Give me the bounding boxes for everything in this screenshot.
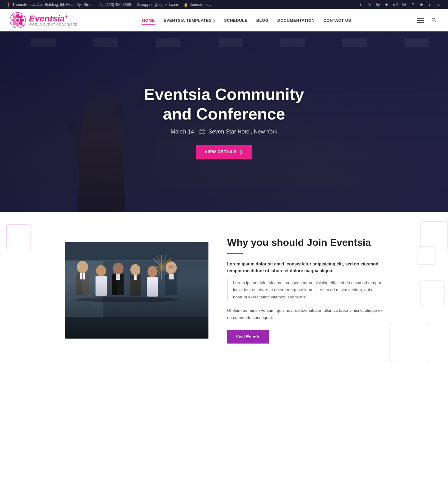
social-whatsapp[interactable]: W xyxy=(401,2,407,7)
social-facebook[interactable]: f xyxy=(358,2,363,7)
top-bar-contact: 📍 Themefreesia, Abc Building, 5th Floor,… xyxy=(6,2,211,7)
hero-content: Eventsia Community and Conference March … xyxy=(0,31,448,212)
nav-home[interactable]: HOME xyxy=(142,17,155,24)
deco-square-topright-2 xyxy=(417,246,436,265)
deco-square-topleft xyxy=(6,224,31,249)
why-body-paragraph: Ut enim ad minim veniam, quis nostrud ex… xyxy=(227,307,383,321)
hero-cta-arrow: ❯ xyxy=(239,149,243,154)
hamburger-line-1 xyxy=(417,18,424,19)
search-button[interactable] xyxy=(429,16,439,25)
hero-title: Eventsia Community and Conference xyxy=(131,85,317,124)
hamburger-line-3 xyxy=(417,22,424,23)
team-photo-svg xyxy=(65,242,208,339)
nav-contact[interactable]: CONTACT US xyxy=(323,17,351,24)
social-digg[interactable]: ❖ xyxy=(419,2,424,7)
location-icon: 📍 xyxy=(6,2,11,7)
logo-tagline: World Event Organizer xyxy=(29,23,77,26)
visit-events-button[interactable]: Visit Events xyxy=(227,330,269,344)
visit-btn-label: Visit Events xyxy=(236,334,260,339)
social-label-text: themefreesia xyxy=(190,2,211,7)
deco-square-topright-1 xyxy=(420,221,448,249)
svg-rect-54 xyxy=(96,276,107,296)
why-quote-block: Lorem ipsum dolor sit amet, consectetur … xyxy=(227,279,383,301)
social-twitter[interactable]: 𝕏 xyxy=(366,2,372,7)
svg-point-55 xyxy=(113,263,124,274)
nav-schedule[interactable]: SCHEDULE xyxy=(224,17,248,24)
logo-plus: + xyxy=(65,14,68,19)
svg-rect-61 xyxy=(134,275,137,280)
svg-point-65 xyxy=(166,261,177,274)
social-paypal[interactable]: P xyxy=(410,2,416,7)
top-bar: 📍 Themefreesia, Abc Building, 5th Floor,… xyxy=(0,0,448,9)
email-icon: ✉ xyxy=(137,2,140,7)
hamburger-button[interactable] xyxy=(416,17,425,24)
svg-point-52 xyxy=(96,265,106,276)
svg-point-59 xyxy=(130,264,140,275)
social-label-icon: 🔒 xyxy=(184,2,188,7)
logo[interactable]: Eventsia+ World Event Organizer xyxy=(9,12,77,29)
logo-text: Eventsia+ World Event Organizer xyxy=(29,14,77,26)
why-section-inner: Why you should Join Eventsia Lorem ipsum… xyxy=(53,237,395,344)
svg-rect-64 xyxy=(147,277,158,297)
why-divider xyxy=(227,253,243,254)
main-nav: HOME EVENTSIA TEMPLATES SCHEDULE BLOG DO… xyxy=(142,17,351,24)
svg-point-10 xyxy=(16,19,19,22)
email-item: ✉ support@support.com xyxy=(137,2,178,7)
why-team-image xyxy=(65,242,208,339)
hero-cta-button[interactable]: VIEW DETAILS ❯ xyxy=(196,145,252,159)
social-amazon[interactable]: a xyxy=(427,2,433,7)
why-text-block: Why you should Join Eventsia Lorem ipsum… xyxy=(227,237,383,344)
phone-icon: 📞 xyxy=(99,2,104,7)
svg-point-62 xyxy=(147,266,157,277)
social-spotify[interactable]: ♫ xyxy=(436,2,442,7)
svg-point-71 xyxy=(75,297,180,302)
svg-line-12 xyxy=(435,21,436,22)
nav-documentation[interactable]: DOCUMENTATION xyxy=(277,17,315,24)
why-bold-paragraph: Lorem ipsum dolor sit amet, consectetur … xyxy=(227,260,383,274)
hamburger-line-2 xyxy=(417,20,424,21)
logo-icon xyxy=(9,12,26,29)
nav-templates[interactable]: EVENTSIA TEMPLATES xyxy=(164,17,215,24)
nav-blog[interactable]: BLOG xyxy=(256,17,269,24)
social-tripadvisor[interactable]: ★ xyxy=(384,2,390,7)
svg-rect-58 xyxy=(116,274,120,280)
address-item: 📍 Themefreesia, Abc Building, 5th Floor,… xyxy=(6,2,94,7)
why-title: Why you should Join Eventsia xyxy=(227,237,383,248)
why-quote-text: Lorem ipsum dolor sit amet, consectetur … xyxy=(233,279,383,301)
why-section: Why you should Join Eventsia Lorem ipsum… xyxy=(0,212,448,368)
deco-square-midright xyxy=(420,280,445,305)
svg-rect-70 xyxy=(169,274,174,279)
social-vk[interactable]: VK xyxy=(393,2,398,7)
search-icon xyxy=(431,17,436,22)
header: Eventsia+ World Event Organizer HOME EVE… xyxy=(0,9,448,31)
address-text: Themefreesia, Abc Building, 5th Floor, Z… xyxy=(12,2,94,7)
svg-point-11 xyxy=(432,18,435,21)
hero-cta-label: VIEW DETAILS xyxy=(205,149,237,154)
logo-name: Eventsia+ xyxy=(29,14,77,23)
svg-rect-38 xyxy=(65,317,208,339)
social-instagram[interactable]: 📷 xyxy=(375,2,381,7)
svg-point-47 xyxy=(77,261,88,273)
social-links: f 𝕏 📷 ★ VK W P ❖ a ♫ xyxy=(358,2,442,7)
phone-item: 📞 (123) 456-7890 xyxy=(99,2,131,7)
social-label-item: 🔒 themefreesia xyxy=(184,2,211,7)
header-actions xyxy=(416,16,439,25)
hero-subtitle: March 14 - 22, Seven Star Hotel, New Yor… xyxy=(170,129,277,135)
email-text: support@support.com xyxy=(141,2,178,7)
hero-section: Eventsia Community and Conference March … xyxy=(0,31,448,212)
phone-text: (123) 456-7890 xyxy=(105,2,131,7)
deco-square-bottomright xyxy=(389,322,429,362)
